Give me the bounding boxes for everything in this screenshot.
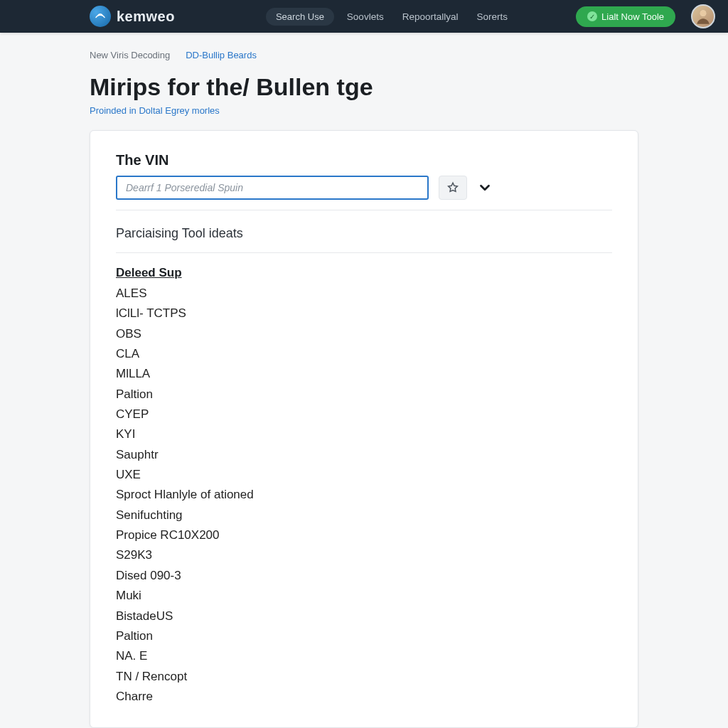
brand-logo-icon [90, 6, 111, 27]
code-item[interactable]: UXE [116, 466, 612, 484]
code-item[interactable]: BistadeUS [116, 607, 612, 626]
page-subtitle[interactable]: Proinded in Doltal Egrey morles [0, 101, 728, 130]
breadcrumb-root: New Viris Decoding [90, 50, 170, 60]
brand-name: kemweo [117, 9, 175, 25]
code-item[interactable]: TN / Rencopt [116, 668, 612, 686]
nav-link-2[interactable]: Sorerts [471, 9, 513, 25]
codes-list: ALESlClLl- TCTPSOBSCLAMlLLAPaltionCYEPKY… [116, 284, 612, 706]
code-item[interactable]: Charre [116, 687, 612, 706]
tool-heading-row: Parciaising Tool ideats [116, 226, 612, 241]
code-item[interactable]: MlLLA [116, 365, 612, 383]
code-item[interactable]: Sproct Hlanlyle of ationed [116, 486, 612, 504]
code-item[interactable]: Dised 090-3 [116, 567, 612, 585]
cta-button[interactable]: ✓ Lialt Now Toole [576, 6, 675, 27]
code-item[interactable]: CLA [116, 345, 612, 363]
nav-search-button[interactable]: Search Use [266, 8, 334, 26]
brand-logo[interactable]: kemweo [90, 6, 175, 27]
code-item[interactable]: Paltion [116, 627, 612, 646]
nav-link-1[interactable]: Repoortallyal [397, 9, 464, 25]
vin-input-row [116, 176, 612, 200]
code-item[interactable]: CYEP [116, 405, 612, 424]
vin-section-label: The VIN [116, 152, 612, 168]
main-card: The VIN Parciaising Tool ideats Deleed S… [90, 130, 638, 728]
svg-point-1 [700, 10, 707, 16]
divider [116, 252, 612, 253]
code-item[interactable]: Senifuchting [116, 506, 612, 525]
code-item[interactable]: S29K3 [116, 546, 612, 564]
nav-link-0[interactable]: Soovlets [341, 9, 390, 25]
page-body: New Viris Decoding DD-Bullip Beards Miri… [0, 33, 728, 728]
code-item[interactable]: Sauphtr [116, 446, 612, 464]
chevron-down-icon [477, 180, 493, 196]
code-item[interactable]: ALES [116, 284, 612, 303]
cta-label: Lialt Now Toole [601, 11, 664, 22]
page-title: Mirips for the/ Bullen tge [0, 70, 728, 101]
code-item[interactable]: OBS [116, 325, 612, 343]
expand-toggle[interactable] [477, 180, 493, 196]
breadcrumb: New Viris Decoding DD-Bullip Beards [0, 33, 728, 70]
code-item[interactable]: Propice RC10X200 [116, 526, 612, 545]
vin-input[interactable] [116, 176, 429, 200]
code-item[interactable]: Muki [116, 587, 612, 605]
tool-heading: Parciaising Tool ideats [116, 226, 243, 241]
breadcrumb-link[interactable]: DD-Bullip Beards [186, 50, 257, 60]
avatar[interactable] [691, 4, 715, 28]
code-item[interactable]: lClLl- TCTPS [116, 304, 612, 323]
user-icon [694, 7, 712, 26]
favorite-button[interactable] [439, 176, 467, 200]
check-icon: ✓ [587, 11, 597, 21]
code-item[interactable]: NA. E [116, 647, 612, 665]
code-item[interactable]: KYI [116, 425, 612, 444]
code-item[interactable]: Paltion [116, 385, 612, 404]
codes-heading[interactable]: Deleed Sup [116, 266, 612, 280]
top-nav: kemweo Search Use Soovlets Repoortallyal… [0, 0, 728, 33]
divider [116, 210, 612, 210]
star-icon [446, 181, 459, 194]
